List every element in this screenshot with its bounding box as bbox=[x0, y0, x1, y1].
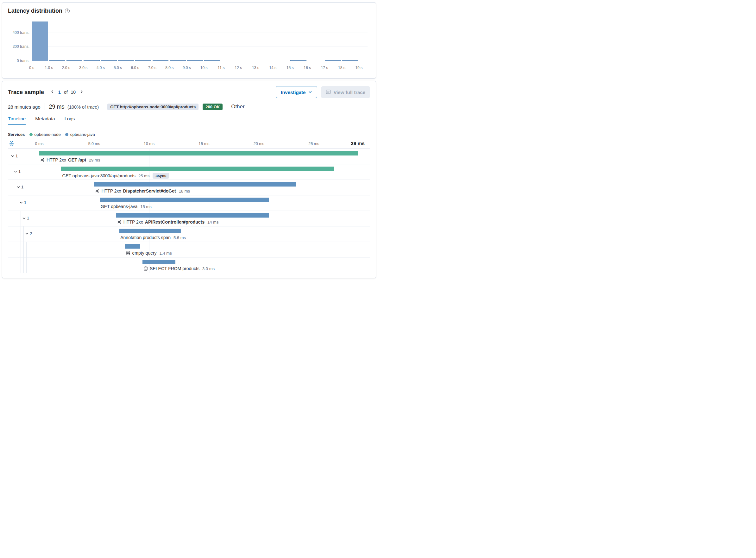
tab-timeline[interactable]: Timeline bbox=[8, 116, 26, 125]
item-result-prefix: HTTP 2xx bbox=[47, 157, 66, 162]
service-dot-green bbox=[29, 133, 33, 136]
histogram-bar[interactable] bbox=[118, 60, 134, 61]
child-count: 1 bbox=[24, 200, 26, 205]
x-tick-label: 0 s bbox=[29, 66, 34, 70]
accordion-toggle[interactable]: 2 bbox=[25, 231, 32, 236]
waterfall-bar[interactable] bbox=[116, 213, 269, 218]
waterfall-row: 1HTTP 2xxDispatcherServlet#doGet18 ms bbox=[8, 180, 370, 195]
histogram-bar[interactable] bbox=[290, 60, 307, 61]
accordion-toggle[interactable]: 1 bbox=[14, 169, 21, 174]
timeline-tick-label: 15 ms bbox=[199, 142, 209, 146]
hierarchy-line bbox=[12, 242, 12, 257]
waterfall-item-label: GET opbeans-java:3000/api/products25 msa… bbox=[62, 173, 169, 179]
item-duration: 3.0 ms bbox=[202, 266, 215, 271]
x-tick-label: 3.0 s bbox=[79, 66, 87, 70]
item-name: GET opbeans-java bbox=[101, 204, 137, 209]
timeline-tick-label: 5.0 ms bbox=[88, 142, 100, 146]
histogram-bar[interactable] bbox=[32, 22, 48, 61]
histogram-bar[interactable] bbox=[170, 60, 186, 61]
next-trace-button[interactable] bbox=[79, 89, 84, 95]
histogram-bar[interactable] bbox=[325, 60, 341, 61]
divider bbox=[103, 103, 103, 110]
waterfall-row: empty query1.4 ms bbox=[8, 242, 370, 257]
x-tick-label: 6.0 s bbox=[131, 66, 139, 70]
fold-timeline-icon bbox=[9, 143, 14, 147]
hierarchy-line bbox=[12, 164, 12, 180]
x-tick-label: 13 s bbox=[252, 66, 259, 70]
waterfall-bar[interactable] bbox=[125, 244, 140, 249]
x-tick-label: 18 s bbox=[338, 66, 345, 70]
hierarchy-line bbox=[23, 242, 24, 257]
current-trace-page[interactable]: 1 bbox=[58, 90, 61, 95]
waterfall-bar[interactable] bbox=[142, 260, 175, 264]
tab-metadata[interactable]: Metadata bbox=[35, 116, 55, 125]
timeline-tick-label: 25 ms bbox=[308, 142, 319, 146]
accordion-toggle[interactable]: 1 bbox=[22, 215, 29, 221]
hierarchy-line bbox=[15, 195, 15, 210]
waterfall-bar[interactable] bbox=[119, 229, 181, 233]
hierarchy-line bbox=[23, 226, 24, 242]
divider bbox=[45, 103, 45, 110]
hierarchy-line bbox=[15, 242, 15, 257]
child-count: 1 bbox=[21, 185, 23, 189]
waterfall-row: 1HTTP 2xxAPIRestController#products14 ms bbox=[8, 211, 370, 226]
item-name: GET /api bbox=[68, 157, 86, 162]
prev-trace-button[interactable] bbox=[50, 89, 55, 95]
histogram-bar[interactable] bbox=[84, 60, 100, 61]
accordion-toggle[interactable]: 1 bbox=[11, 154, 18, 158]
async-badge: async bbox=[153, 173, 169, 179]
chevron-down-icon bbox=[25, 232, 29, 236]
latency-panel-title: Latency distribution bbox=[8, 8, 62, 14]
hierarchy-line bbox=[21, 211, 21, 226]
waterfall-bar[interactable] bbox=[100, 198, 269, 202]
trace-tabs: Timeline Metadata Logs bbox=[8, 116, 370, 125]
timeline-fold-button[interactable] bbox=[9, 141, 14, 147]
x-tick-label: 9.0 s bbox=[183, 66, 191, 70]
investigate-button[interactable]: Investigate bbox=[276, 86, 317, 98]
waterfall-item-label: HTTP 2xxDispatcherServlet#doGet18 ms bbox=[95, 188, 190, 194]
waterfall-bar[interactable] bbox=[61, 167, 333, 171]
trace-duration: 29 ms bbox=[49, 104, 64, 110]
timeline-tick-label: 29 ms bbox=[351, 141, 365, 146]
view-full-trace-button[interactable]: View full trace bbox=[321, 86, 370, 98]
item-name: APIRestController#products bbox=[145, 220, 205, 225]
hierarchy-line bbox=[12, 211, 12, 226]
trace-meta-row: 28 minutes ago 29 ms (100% of trace) GET… bbox=[8, 103, 370, 110]
x-tick-label: 11 s bbox=[218, 66, 225, 70]
x-tick-label: 4.0 s bbox=[97, 66, 105, 70]
chevron-down-icon bbox=[11, 154, 15, 158]
waterfall-row: 1GET opbeans-java:3000/api/products25 ms… bbox=[8, 164, 370, 180]
histogram-bar[interactable] bbox=[204, 60, 220, 61]
item-name: GET opbeans-java:3000/api/products bbox=[62, 173, 135, 178]
help-icon[interactable] bbox=[65, 8, 70, 13]
transaction-type: Other bbox=[231, 104, 245, 110]
legend-item-opbeans-node: opbeans-node bbox=[29, 132, 61, 137]
waterfall-item-label: Annotation products span5.6 ms bbox=[120, 235, 186, 240]
service-name: opbeans-java bbox=[70, 132, 95, 137]
tab-logs[interactable]: Logs bbox=[64, 116, 75, 125]
trace-duration-percent: (100% of trace) bbox=[68, 104, 99, 109]
transaction-icon bbox=[40, 158, 45, 162]
hierarchy-line bbox=[15, 180, 15, 195]
histogram-bar[interactable] bbox=[49, 60, 65, 61]
item-result-prefix: HTTP 2xx bbox=[124, 220, 143, 225]
waterfall-row: 1HTTP 2xxGET /api29 ms bbox=[8, 149, 370, 164]
timeline-tick-label: 0 ms bbox=[35, 142, 43, 146]
histogram-bar[interactable] bbox=[187, 60, 203, 61]
chevron-down-icon bbox=[22, 216, 26, 220]
x-tick-label: 1.0 s bbox=[45, 66, 53, 70]
histogram-bar[interactable] bbox=[101, 60, 117, 61]
waterfall-bar[interactable] bbox=[94, 182, 296, 186]
histogram-bar[interactable] bbox=[342, 60, 358, 61]
accordion-toggle[interactable]: 1 bbox=[17, 185, 23, 189]
histogram-bar[interactable] bbox=[67, 60, 83, 61]
accordion-toggle[interactable]: 1 bbox=[19, 200, 26, 205]
service-dot-blue bbox=[65, 133, 69, 136]
x-tick-label: 2.0 s bbox=[62, 66, 70, 70]
waterfall-bar[interactable] bbox=[39, 151, 358, 155]
histogram-bar[interactable] bbox=[135, 60, 151, 61]
histogram-bar[interactable] bbox=[153, 60, 169, 61]
child-count: 1 bbox=[27, 215, 29, 221]
hierarchy-line bbox=[15, 226, 15, 242]
y-tick-label: 200 trans. bbox=[13, 44, 29, 49]
